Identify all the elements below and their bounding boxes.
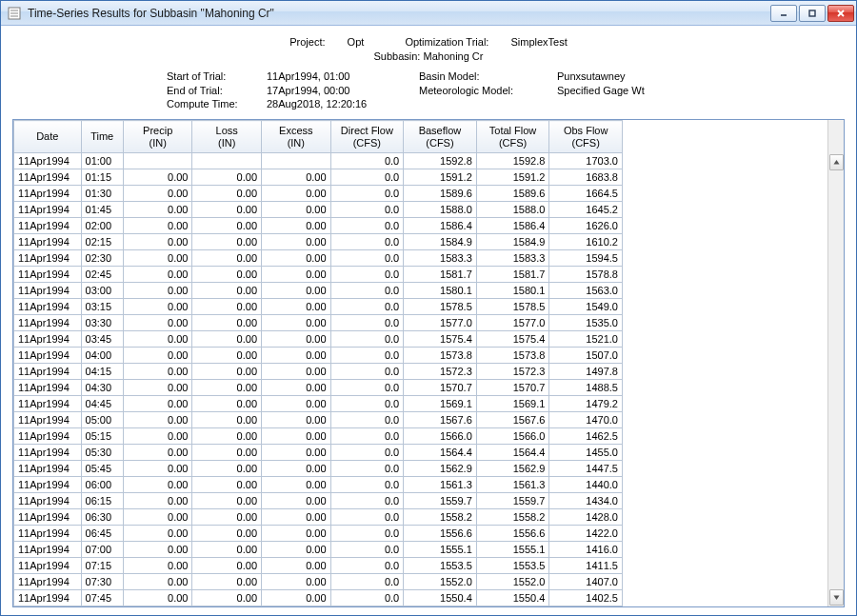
cell-excess[interactable]: 0.00 [262, 396, 331, 412]
table-row[interactable]: 11Apr199407:000.000.000.000.01555.11555.… [14, 542, 623, 558]
cell-excess[interactable]: 0.00 [262, 428, 331, 445]
cell-base[interactable]: 1553.5 [404, 558, 477, 574]
cell-time[interactable]: 01:45 [81, 202, 123, 218]
cell-loss[interactable]: 0.00 [192, 364, 262, 380]
cell-time[interactable]: 03:30 [81, 315, 123, 331]
cell-precip[interactable]: 0.00 [123, 234, 192, 250]
table-row[interactable]: 11Apr199402:300.000.000.000.01583.31583.… [14, 250, 623, 267]
table-row[interactable]: 11Apr199404:150.000.000.000.01572.31572.… [14, 364, 623, 380]
cell-date[interactable]: 11Apr1994 [14, 202, 82, 218]
cell-loss[interactable]: 0.00 [192, 218, 262, 234]
cell-loss[interactable]: 0.00 [192, 526, 262, 542]
col-direct[interactable]: Direct Flow(CFS) [330, 121, 404, 153]
cell-time[interactable]: 07:30 [81, 574, 123, 590]
cell-obs[interactable]: 1610.2 [549, 234, 622, 250]
cell-total[interactable]: 1562.9 [476, 461, 549, 477]
cell-date[interactable]: 11Apr1994 [14, 299, 82, 315]
cell-direct[interactable]: 0.0 [330, 153, 404, 169]
cell-precip[interactable] [123, 153, 192, 169]
cell-precip[interactable]: 0.00 [123, 169, 192, 186]
cell-total[interactable]: 1566.0 [476, 428, 549, 445]
cell-precip[interactable]: 0.00 [123, 493, 192, 509]
cell-total[interactable]: 1556.6 [476, 526, 549, 542]
cell-excess[interactable]: 0.00 [262, 331, 331, 348]
cell-excess[interactable]: 0.00 [262, 380, 331, 396]
cell-time[interactable]: 02:15 [81, 234, 123, 250]
cell-base[interactable]: 1555.1 [404, 542, 477, 558]
table-row[interactable]: 11Apr199401:150.000.000.000.01591.21591.… [14, 169, 623, 186]
cell-obs[interactable]: 1563.0 [549, 283, 622, 299]
cell-excess[interactable]: 0.00 [262, 477, 331, 493]
cell-total[interactable]: 1564.4 [476, 445, 549, 461]
cell-base[interactable]: 1577.0 [404, 315, 477, 331]
cell-base[interactable]: 1589.6 [404, 186, 477, 202]
cell-total[interactable]: 1552.0 [476, 574, 549, 590]
cell-time[interactable]: 06:45 [81, 526, 123, 542]
cell-base[interactable]: 1558.2 [404, 509, 477, 526]
cell-base[interactable]: 1592.8 [404, 153, 477, 169]
cell-base[interactable]: 1556.6 [404, 526, 477, 542]
cell-obs[interactable]: 1479.2 [549, 396, 622, 412]
cell-precip[interactable]: 0.00 [123, 461, 192, 477]
cell-date[interactable]: 11Apr1994 [14, 542, 82, 558]
table-row[interactable]: 11Apr199406:150.000.000.000.01559.71559.… [14, 493, 623, 509]
cell-excess[interactable]: 0.00 [262, 526, 331, 542]
table-row[interactable]: 11Apr199402:450.000.000.000.01581.71581.… [14, 267, 623, 283]
cell-precip[interactable]: 0.00 [123, 283, 192, 299]
close-button[interactable] [827, 5, 854, 22]
cell-time[interactable]: 05:45 [81, 461, 123, 477]
cell-precip[interactable]: 0.00 [123, 428, 192, 445]
cell-obs[interactable]: 1422.0 [549, 526, 622, 542]
cell-date[interactable]: 11Apr1994 [14, 428, 82, 445]
cell-excess[interactable]: 0.00 [262, 364, 331, 380]
table-row[interactable]: 11Apr199403:000.000.000.000.01580.11580.… [14, 283, 623, 299]
scroll-down-button[interactable] [829, 589, 844, 606]
cell-excess[interactable]: 0.00 [262, 558, 331, 574]
cell-excess[interactable]: 0.00 [262, 542, 331, 558]
cell-total[interactable]: 1583.3 [476, 250, 549, 267]
cell-obs[interactable]: 1455.0 [549, 445, 622, 461]
cell-precip[interactable]: 0.00 [123, 218, 192, 234]
cell-obs[interactable]: 1594.5 [549, 250, 622, 267]
cell-date[interactable]: 11Apr1994 [14, 186, 82, 202]
table-row[interactable]: 11Apr199403:450.000.000.000.01575.41575.… [14, 331, 623, 348]
cell-date[interactable]: 11Apr1994 [14, 574, 82, 590]
cell-base[interactable]: 1586.4 [404, 218, 477, 234]
cell-date[interactable]: 11Apr1994 [14, 315, 82, 331]
cell-base[interactable]: 1575.4 [404, 331, 477, 348]
cell-loss[interactable]: 0.00 [192, 509, 262, 526]
cell-loss[interactable]: 0.00 [192, 558, 262, 574]
cell-total[interactable]: 1572.3 [476, 364, 549, 380]
cell-obs[interactable]: 1447.5 [549, 461, 622, 477]
cell-precip[interactable]: 0.00 [123, 542, 192, 558]
cell-loss[interactable]: 0.00 [192, 283, 262, 299]
cell-precip[interactable]: 0.00 [123, 186, 192, 202]
cell-date[interactable]: 11Apr1994 [14, 348, 82, 364]
cell-precip[interactable]: 0.00 [123, 267, 192, 283]
cell-obs[interactable]: 1488.5 [549, 380, 622, 396]
cell-obs[interactable]: 1549.0 [549, 299, 622, 315]
table-row[interactable]: 11Apr199407:150.000.000.000.01553.51553.… [14, 558, 623, 574]
cell-time[interactable]: 07:45 [81, 590, 123, 606]
scroll-track[interactable] [828, 170, 844, 589]
table-row[interactable]: 11Apr199404:000.000.000.000.01573.81573.… [14, 348, 623, 364]
cell-date[interactable]: 11Apr1994 [14, 396, 82, 412]
cell-direct[interactable]: 0.0 [330, 331, 404, 348]
cell-loss[interactable]: 0.00 [192, 542, 262, 558]
cell-base[interactable]: 1569.1 [404, 396, 477, 412]
cell-obs[interactable]: 1497.8 [549, 364, 622, 380]
cell-precip[interactable]: 0.00 [123, 477, 192, 493]
cell-precip[interactable]: 0.00 [123, 315, 192, 331]
table-row[interactable]: 11Apr199402:150.000.000.000.01584.91584.… [14, 234, 623, 250]
cell-precip[interactable]: 0.00 [123, 364, 192, 380]
cell-direct[interactable]: 0.0 [330, 461, 404, 477]
cell-excess[interactable]: 0.00 [262, 509, 331, 526]
cell-loss[interactable] [192, 153, 262, 169]
cell-loss[interactable]: 0.00 [192, 186, 262, 202]
cell-total[interactable]: 1580.1 [476, 283, 549, 299]
cell-time[interactable]: 04:15 [81, 364, 123, 380]
cell-time[interactable]: 06:30 [81, 509, 123, 526]
cell-obs[interactable]: 1578.8 [549, 267, 622, 283]
results-table[interactable]: Date Time Precip(IN) Loss(IN) Excess(IN)… [13, 120, 622, 606]
cell-precip[interactable]: 0.00 [123, 331, 192, 348]
